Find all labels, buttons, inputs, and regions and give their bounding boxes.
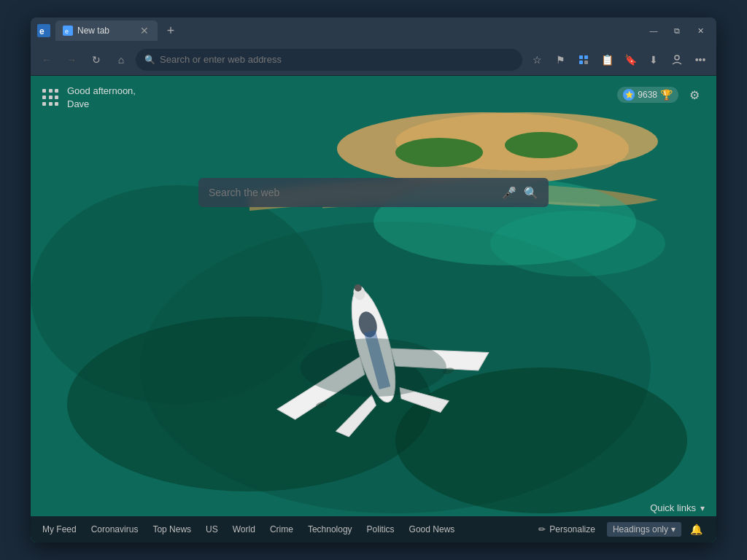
svg-point-14 bbox=[395, 138, 483, 167]
headings-only-selector[interactable]: Headings only ▾ bbox=[607, 522, 681, 537]
svg-point-11 bbox=[31, 185, 322, 404]
rewards-count: 9638 bbox=[638, 90, 657, 100]
svg-point-26 bbox=[301, 338, 446, 397]
svg-point-19 bbox=[395, 368, 687, 513]
toolbar-icons: ☆ ⚑ 📋 🔖 ⬇ ••• bbox=[527, 50, 711, 70]
quick-links-chevron-icon[interactable]: ▾ bbox=[700, 503, 705, 513]
svg-text:e: e bbox=[39, 26, 44, 36]
newtab-top-right: ⭐ 9638 🏆 ⚙ bbox=[617, 85, 705, 105]
greeting-text: Good afternoon, Dave bbox=[67, 85, 136, 111]
svg-rect-4 bbox=[579, 55, 583, 59]
restore-button[interactable]: ⧉ bbox=[667, 23, 687, 38]
personalize-label: Personalize bbox=[549, 524, 595, 534]
news-item-coronavirus[interactable]: Coronavirus bbox=[91, 524, 139, 534]
download-icon[interactable]: ⬇ bbox=[643, 50, 664, 70]
svg-point-15 bbox=[505, 132, 578, 158]
close-button[interactable]: ✕ bbox=[690, 23, 711, 38]
headings-chevron-icon: ▾ bbox=[671, 524, 676, 534]
collections-2-icon[interactable]: 🔖 bbox=[620, 50, 640, 70]
apps-dot bbox=[55, 102, 58, 106]
news-item-goodnews[interactable]: Good News bbox=[409, 524, 455, 534]
background-image bbox=[31, 76, 716, 542]
svg-point-25 bbox=[442, 367, 455, 376]
tab-favicon: e bbox=[63, 26, 73, 36]
svg-point-10 bbox=[140, 222, 651, 513]
browser-window: e e New tab ✕ + — ⧉ ✕ ← → ↻ ⌂ 🔍 bbox=[31, 18, 716, 542]
tab-title: New tab bbox=[77, 26, 134, 36]
browser-logo: e bbox=[36, 23, 51, 38]
apps-grid-icon[interactable] bbox=[42, 89, 60, 106]
svg-point-18 bbox=[67, 316, 432, 491]
search-bar: 🎤 🔍 bbox=[198, 178, 549, 207]
svg-point-12 bbox=[337, 112, 629, 185]
svg-point-8 bbox=[675, 55, 679, 60]
apps-dot bbox=[49, 102, 53, 106]
new-tab-button[interactable]: + bbox=[160, 20, 181, 41]
greeting-line1: Good afternoon, bbox=[67, 85, 136, 96]
notifications-bell-icon[interactable]: 🔔 bbox=[687, 521, 705, 538]
title-bar: e e New tab ✕ + — ⧉ ✕ bbox=[31, 18, 716, 44]
forward-button[interactable]: → bbox=[61, 50, 82, 70]
personalize-pencil-icon: ✏ bbox=[538, 524, 546, 534]
svg-text:e: e bbox=[65, 28, 69, 34]
svg-point-20 bbox=[343, 285, 404, 406]
active-tab[interactable]: e New tab ✕ bbox=[55, 20, 158, 41]
quick-links-section: Quick links ▾ bbox=[650, 502, 705, 513]
greeting-section: Good afternoon, Dave bbox=[42, 85, 136, 111]
reading-list-icon[interactable]: 📋 bbox=[597, 50, 617, 70]
back-button[interactable]: ← bbox=[36, 50, 57, 70]
minimize-button[interactable]: — bbox=[643, 23, 664, 38]
newtab-top-bar: Good afternoon, Dave ⭐ 9638 🏆 ⚙ bbox=[31, 76, 716, 120]
apps-dot bbox=[42, 89, 46, 93]
microphone-icon[interactable]: 🎤 bbox=[502, 186, 516, 200]
personalize-button[interactable]: ✏ Personalize bbox=[533, 522, 601, 537]
news-item-us[interactable]: US bbox=[206, 524, 218, 534]
apps-dot bbox=[55, 89, 58, 93]
settings-icon[interactable]: ⚙ bbox=[684, 85, 705, 105]
svg-rect-7 bbox=[584, 61, 588, 64]
quick-links-label: Quick links bbox=[650, 502, 696, 513]
favorites-icon[interactable]: ☆ bbox=[527, 50, 547, 70]
news-item-world[interactable]: World bbox=[233, 524, 255, 534]
apps-dot bbox=[49, 89, 53, 93]
headings-only-label: Headings only bbox=[613, 524, 668, 534]
apps-dot bbox=[49, 96, 53, 99]
search-button-icon[interactable]: 🔍 bbox=[524, 186, 538, 200]
search-input[interactable] bbox=[209, 187, 495, 198]
svg-point-13 bbox=[395, 112, 658, 171]
apps-dot bbox=[55, 96, 58, 99]
more-button[interactable]: ••• bbox=[690, 50, 711, 70]
collections-icon[interactable]: ⚑ bbox=[550, 50, 570, 70]
address-input-wrap[interactable]: 🔍 bbox=[136, 49, 522, 71]
greeting-name: Dave bbox=[67, 98, 89, 109]
news-items-list: My Feed Coronavirus Top News US World Cr… bbox=[42, 524, 533, 534]
address-input[interactable] bbox=[160, 54, 514, 65]
rewards-badge[interactable]: ⭐ 9638 🏆 bbox=[617, 87, 678, 103]
apps-dot bbox=[42, 102, 46, 106]
svg-point-22 bbox=[352, 284, 367, 301]
svg-rect-5 bbox=[584, 55, 588, 59]
svg-point-23 bbox=[354, 284, 363, 292]
news-item-technology[interactable]: Technology bbox=[308, 524, 352, 534]
svg-rect-9 bbox=[31, 76, 716, 542]
svg-point-17 bbox=[490, 211, 665, 276]
svg-point-24 bbox=[315, 400, 328, 409]
profile-icon[interactable] bbox=[573, 50, 594, 70]
address-bar: ← → ↻ ⌂ 🔍 ☆ ⚑ 📋 🔖 ⬇ bbox=[31, 44, 716, 76]
tab-close-button[interactable]: ✕ bbox=[139, 25, 150, 36]
new-tab-content: Good afternoon, Dave ⭐ 9638 🏆 ⚙ 🎤 🔍 bbox=[31, 76, 716, 542]
svg-rect-6 bbox=[579, 61, 583, 64]
account-icon[interactable] bbox=[667, 50, 687, 70]
news-item-topnews[interactable]: Top News bbox=[152, 524, 191, 534]
news-item-crime[interactable]: Crime bbox=[270, 524, 293, 534]
news-item-politics[interactable]: Politics bbox=[367, 524, 395, 534]
home-button[interactable]: ⌂ bbox=[111, 50, 131, 70]
refresh-button[interactable]: ↻ bbox=[86, 50, 107, 70]
background-svg bbox=[31, 76, 716, 542]
search-icon: 🔍 bbox=[144, 55, 155, 65]
rewards-ring-icon: 🏆 bbox=[660, 89, 673, 101]
news-item-myfeed[interactable]: My Feed bbox=[42, 524, 77, 534]
window-controls: — ⧉ ✕ bbox=[643, 23, 711, 38]
news-bar: My Feed Coronavirus Top News US World Cr… bbox=[31, 516, 716, 542]
search-bar-container: 🎤 🔍 bbox=[198, 178, 549, 207]
